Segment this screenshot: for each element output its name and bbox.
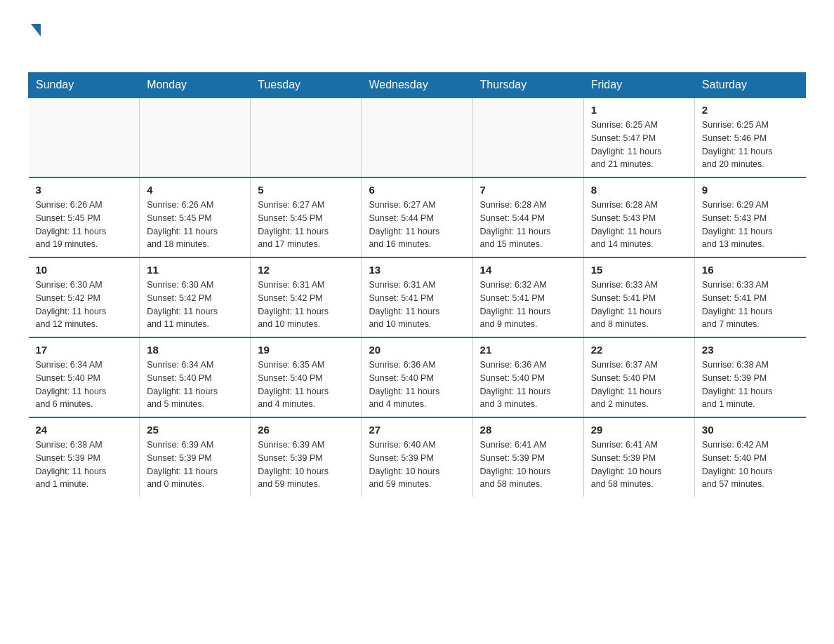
calendar-cell: 28Sunrise: 6:41 AM Sunset: 5:39 PM Dayli… — [472, 417, 583, 497]
calendar-cell: 24Sunrise: 6:38 AM Sunset: 5:39 PM Dayli… — [29, 417, 140, 497]
weekday-header-thursday: Thursday — [472, 73, 583, 98]
calendar-cell: 11Sunrise: 6:30 AM Sunset: 5:42 PM Dayli… — [140, 257, 251, 337]
day-number: 5 — [258, 184, 354, 196]
day-info: Sunrise: 6:41 AM Sunset: 5:39 PM Dayligh… — [591, 438, 687, 491]
calendar-cell: 25Sunrise: 6:39 AM Sunset: 5:39 PM Dayli… — [140, 417, 251, 497]
calendar-cell: 1Sunrise: 6:25 AM Sunset: 5:47 PM Daylig… — [583, 98, 694, 177]
day-info: Sunrise: 6:37 AM Sunset: 5:40 PM Dayligh… — [591, 358, 687, 411]
day-info: Sunrise: 6:34 AM Sunset: 5:40 PM Dayligh… — [36, 358, 133, 411]
day-number: 30 — [702, 424, 799, 436]
calendar-cell: 6Sunrise: 6:27 AM Sunset: 5:44 PM Daylig… — [362, 177, 472, 257]
day-number: 19 — [258, 344, 354, 356]
day-number: 23 — [702, 344, 799, 356]
day-info: Sunrise: 6:26 AM Sunset: 5:45 PM Dayligh… — [36, 199, 133, 251]
day-info: Sunrise: 6:36 AM Sunset: 5:40 PM Dayligh… — [480, 358, 576, 411]
weekday-header-sunday: Sunday — [29, 73, 140, 98]
day-info: Sunrise: 6:31 AM Sunset: 5:42 PM Dayligh… — [258, 279, 354, 331]
day-number: 20 — [369, 344, 465, 356]
day-info: Sunrise: 6:39 AM Sunset: 5:39 PM Dayligh… — [258, 438, 354, 491]
calendar-cell: 12Sunrise: 6:31 AM Sunset: 5:42 PM Dayli… — [251, 257, 362, 337]
calendar-week-1: 1Sunrise: 6:25 AM Sunset: 5:47 PM Daylig… — [29, 98, 806, 177]
day-number: 15 — [591, 264, 687, 276]
calendar-cell: 29Sunrise: 6:41 AM Sunset: 5:39 PM Dayli… — [583, 417, 694, 497]
calendar-cell: 23Sunrise: 6:38 AM Sunset: 5:39 PM Dayli… — [694, 337, 805, 417]
calendar-body: 1Sunrise: 6:25 AM Sunset: 5:47 PM Daylig… — [29, 98, 806, 497]
calendar-week-2: 3Sunrise: 6:26 AM Sunset: 5:45 PM Daylig… — [29, 177, 806, 257]
day-number: 4 — [147, 184, 243, 196]
calendar-cell: 9Sunrise: 6:29 AM Sunset: 5:43 PM Daylig… — [694, 177, 805, 257]
day-number: 16 — [702, 264, 799, 276]
calendar-cell: 17Sunrise: 6:34 AM Sunset: 5:40 PM Dayli… — [29, 337, 140, 417]
day-info: Sunrise: 6:25 AM Sunset: 5:47 PM Dayligh… — [591, 119, 687, 171]
calendar-cell — [472, 98, 583, 177]
day-info: Sunrise: 6:28 AM Sunset: 5:43 PM Dayligh… — [591, 199, 687, 251]
calendar-cell — [251, 98, 362, 177]
day-number: 26 — [258, 424, 354, 436]
day-info: Sunrise: 6:35 AM Sunset: 5:40 PM Dayligh… — [258, 358, 354, 411]
calendar-header: SundayMondayTuesdayWednesdayThursdayFrid… — [29, 73, 806, 98]
calendar-cell: 15Sunrise: 6:33 AM Sunset: 5:41 PM Dayli… — [583, 257, 694, 337]
day-number: 3 — [36, 184, 133, 196]
calendar-cell: 7Sunrise: 6:28 AM Sunset: 5:44 PM Daylig… — [472, 177, 583, 257]
calendar-cell: 2Sunrise: 6:25 AM Sunset: 5:46 PM Daylig… — [694, 98, 805, 177]
day-info: Sunrise: 6:38 AM Sunset: 5:39 PM Dayligh… — [36, 438, 133, 491]
day-number: 11 — [147, 264, 243, 276]
day-number: 1 — [591, 104, 687, 116]
calendar-week-5: 24Sunrise: 6:38 AM Sunset: 5:39 PM Dayli… — [29, 417, 806, 497]
calendar-cell: 30Sunrise: 6:42 AM Sunset: 5:40 PM Dayli… — [694, 417, 805, 497]
calendar-cell: 27Sunrise: 6:40 AM Sunset: 5:39 PM Dayli… — [362, 417, 472, 497]
day-number: 18 — [147, 344, 243, 356]
weekday-header-friday: Friday — [583, 73, 694, 98]
calendar-cell: 26Sunrise: 6:39 AM Sunset: 5:39 PM Dayli… — [251, 417, 362, 497]
day-info: Sunrise: 6:25 AM Sunset: 5:46 PM Dayligh… — [702, 119, 799, 171]
day-info: Sunrise: 6:40 AM Sunset: 5:39 PM Dayligh… — [369, 438, 465, 491]
calendar-cell — [140, 98, 251, 177]
day-info: Sunrise: 6:33 AM Sunset: 5:41 PM Dayligh… — [591, 279, 687, 331]
logo: Gener — [28, 21, 82, 58]
calendar-cell: 8Sunrise: 6:28 AM Sunset: 5:43 PM Daylig… — [583, 177, 694, 257]
calendar-cell: 16Sunrise: 6:33 AM Sunset: 5:41 PM Dayli… — [694, 257, 805, 337]
day-info: Sunrise: 6:31 AM Sunset: 5:41 PM Dayligh… — [369, 279, 465, 331]
day-number: 21 — [480, 344, 576, 356]
calendar-week-3: 10Sunrise: 6:30 AM Sunset: 5:42 PM Dayli… — [29, 257, 806, 337]
day-number: 29 — [591, 424, 687, 436]
day-info: Sunrise: 6:41 AM Sunset: 5:39 PM Dayligh… — [480, 438, 576, 491]
day-info: Sunrise: 6:33 AM Sunset: 5:41 PM Dayligh… — [702, 279, 799, 331]
day-info: Sunrise: 6:39 AM Sunset: 5:39 PM Dayligh… — [147, 438, 243, 491]
day-number: 12 — [258, 264, 354, 276]
day-info: Sunrise: 6:34 AM Sunset: 5:40 PM Dayligh… — [147, 358, 243, 411]
calendar-cell: 14Sunrise: 6:32 AM Sunset: 5:41 PM Dayli… — [472, 257, 583, 337]
day-info: Sunrise: 6:27 AM Sunset: 5:44 PM Dayligh… — [369, 199, 465, 251]
day-number: 25 — [147, 424, 243, 436]
day-number: 28 — [480, 424, 576, 436]
calendar-cell: 22Sunrise: 6:37 AM Sunset: 5:40 PM Dayli… — [583, 337, 694, 417]
page-header: Gener — [28, 21, 806, 58]
weekday-header-tuesday: Tuesday — [251, 73, 362, 98]
calendar-cell — [362, 98, 472, 177]
day-info: Sunrise: 6:36 AM Sunset: 5:40 PM Dayligh… — [369, 358, 465, 411]
day-number: 14 — [480, 264, 576, 276]
calendar-cell — [29, 98, 140, 177]
day-number: 27 — [369, 424, 465, 436]
calendar-cell: 19Sunrise: 6:35 AM Sunset: 5:40 PM Dayli… — [251, 337, 362, 417]
day-number: 8 — [591, 184, 687, 196]
calendar-cell: 20Sunrise: 6:36 AM Sunset: 5:40 PM Dayli… — [362, 337, 472, 417]
day-number: 10 — [36, 264, 133, 276]
day-number: 6 — [369, 184, 465, 196]
logo-arrow-icon — [31, 24, 41, 36]
weekday-header-wednesday: Wednesday — [362, 73, 472, 98]
day-info: Sunrise: 6:30 AM Sunset: 5:42 PM Dayligh… — [147, 279, 243, 331]
day-info: Sunrise: 6:29 AM Sunset: 5:43 PM Dayligh… — [702, 199, 799, 251]
calendar-cell: 5Sunrise: 6:27 AM Sunset: 5:45 PM Daylig… — [251, 177, 362, 257]
day-info: Sunrise: 6:27 AM Sunset: 5:45 PM Dayligh… — [258, 199, 354, 251]
day-number: 7 — [480, 184, 576, 196]
calendar-cell: 3Sunrise: 6:26 AM Sunset: 5:45 PM Daylig… — [29, 177, 140, 257]
calendar-cell: 13Sunrise: 6:31 AM Sunset: 5:41 PM Dayli… — [362, 257, 472, 337]
day-info: Sunrise: 6:28 AM Sunset: 5:44 PM Dayligh… — [480, 199, 576, 251]
day-number: 22 — [591, 344, 687, 356]
calendar-cell: 18Sunrise: 6:34 AM Sunset: 5:40 PM Dayli… — [140, 337, 251, 417]
day-number: 9 — [702, 184, 799, 196]
day-number: 13 — [369, 264, 465, 276]
day-info: Sunrise: 6:38 AM Sunset: 5:39 PM Dayligh… — [702, 358, 799, 411]
day-number: 17 — [36, 344, 133, 356]
